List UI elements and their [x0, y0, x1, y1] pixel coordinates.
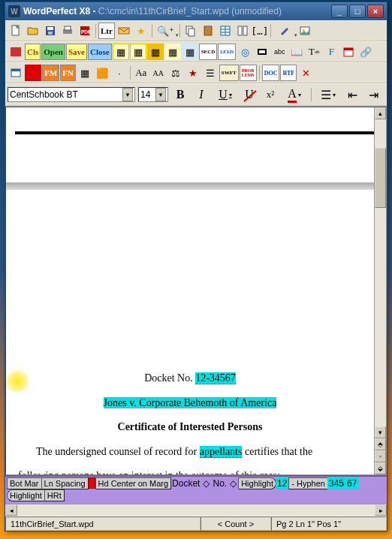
next-page-icon[interactable]: ⬙: [375, 462, 386, 474]
tab-icon[interactable]: Tab: [306, 44, 322, 60]
vertical-scrollbar[interactable]: ▴ ▾ ⬘ ◦ ⬙: [374, 107, 386, 474]
svg-rect-17: [238, 26, 242, 35]
macro-red-icon[interactable]: [8, 44, 24, 60]
code-text-docket: Docket: [170, 477, 201, 489]
paste-icon[interactable]: [200, 23, 216, 39]
code-hrt[interactable]: HRt: [44, 489, 65, 501]
bw-icon[interactable]: [254, 44, 270, 60]
link-icon[interactable]: 🔗: [357, 44, 374, 60]
rtf-icon[interactable]: RTF: [280, 65, 297, 81]
pen-color-icon[interactable]: [273, 23, 296, 39]
table-icon[interactable]: [217, 23, 234, 39]
grid-icon[interactable]: ▦: [77, 65, 93, 81]
scroll-down-icon[interactable]: ▾: [375, 426, 386, 438]
horizontal-scrollbar[interactable]: ◂ ▸: [5, 504, 387, 516]
calendar-icon[interactable]: [340, 44, 357, 60]
underline-button[interactable]: U: [213, 87, 237, 102]
scroll-up-icon[interactable]: ▴: [375, 107, 386, 119]
print-icon[interactable]: [59, 23, 76, 39]
close-button[interactable]: ×: [367, 5, 384, 18]
font-case-icon[interactable]: Aa: [133, 65, 149, 81]
list-icon[interactable]: ☰: [202, 65, 219, 81]
abc-icon[interactable]: abc: [271, 44, 288, 60]
close-macro-icon[interactable]: Close: [88, 44, 112, 60]
code-text-12: 12: [276, 477, 288, 489]
code-lnspacing[interactable]: Ln Spacing: [41, 477, 89, 489]
italic-button[interactable]: I: [192, 87, 210, 102]
prev-page-icon[interactable]: ⬘: [375, 438, 386, 450]
prob-icon[interactable]: PROBLEMS: [240, 65, 257, 81]
block-2-icon[interactable]: ▦: [130, 44, 146, 60]
browse-icon[interactable]: ◦: [375, 450, 386, 462]
columns-icon[interactable]: [234, 23, 251, 39]
save-icon[interactable]: [42, 23, 59, 39]
reveal-codes-bar[interactable]: Bot Mar Ln Spacing Hd Center on Marg Doc…: [5, 475, 387, 504]
code-hdcenter[interactable]: Hd Center on Marg: [95, 477, 172, 489]
pdf-icon[interactable]: PDF: [77, 23, 93, 39]
dict-icon[interactable]: 📖: [288, 44, 305, 60]
scroll-thumb[interactable]: [375, 148, 386, 208]
status-count[interactable]: < Count >: [201, 516, 271, 531]
doc-icon[interactable]: DOC: [262, 65, 280, 81]
red-block-icon[interactable]: [25, 65, 41, 81]
body-line-1: The undersigned counsel of record for ap…: [18, 442, 362, 462]
svg-rect-18: [243, 26, 247, 35]
hscroll-right-icon[interactable]: ▸: [375, 504, 387, 516]
zoom-icon[interactable]: 🔍⁺: [155, 23, 177, 39]
ring-icon[interactable]: ◎: [237, 44, 253, 60]
font-select[interactable]: CentSchbook BT ▼: [8, 87, 135, 102]
fm-icon[interactable]: FM: [42, 65, 59, 81]
code-highlight-off[interactable]: Highlight: [7, 489, 45, 501]
font-color-button[interactable]: A: [282, 87, 306, 102]
open-icon[interactable]: [25, 23, 41, 39]
block-4-icon[interactable]: ▦: [164, 44, 181, 60]
image-icon[interactable]: [297, 23, 313, 39]
envelope-icon[interactable]: [116, 23, 132, 39]
star2-icon[interactable]: ★: [185, 65, 201, 81]
status-bar: 11thCirBrief_Start.wpd < Count > Pg 2 Ln…: [5, 516, 387, 531]
fn-icon[interactable]: FN: [60, 65, 76, 81]
block-3-icon[interactable]: ▦: [147, 44, 164, 60]
hscroll-left-icon[interactable]: ◂: [5, 504, 17, 516]
open-macro-icon[interactable]: Open: [41, 44, 65, 60]
outdent-button[interactable]: ⇤: [343, 87, 361, 102]
scale-icon[interactable]: ⚖: [167, 65, 184, 81]
status-filename[interactable]: 11thCirBrief_Start.wpd: [5, 516, 201, 531]
cls-icon[interactable]: Cls: [25, 44, 41, 60]
dotx-icon[interactable]: ·: [111, 65, 128, 81]
page-view[interactable]: Docket No. 12-34567 Jones v. Corporate B…: [6, 107, 374, 474]
code-highlight-on[interactable]: Highlight: [238, 477, 276, 489]
font-size-select[interactable]: 14 ▼: [138, 87, 168, 102]
status-position[interactable]: Pg 2 Ln 1" Pos 1": [271, 516, 387, 531]
bold-button[interactable]: B: [171, 87, 189, 102]
new-icon[interactable]: [8, 23, 24, 39]
hscroll-track[interactable]: [17, 504, 375, 516]
justify-button[interactable]: ☰: [316, 87, 340, 102]
swft-icon[interactable]: SWFT: [219, 65, 239, 81]
code-text-no: No.: [211, 477, 228, 489]
orange-icon[interactable]: 🟧: [94, 65, 110, 81]
lexis-icon[interactable]: LEXIS: [218, 44, 236, 60]
brackets-icon[interactable]: […]: [252, 23, 268, 39]
code-hyphen[interactable]: - Hyphen: [288, 477, 328, 489]
maximize-button[interactable]: □: [349, 5, 366, 18]
star-icon[interactable]: ★: [133, 23, 149, 39]
copy-icon[interactable]: [182, 23, 199, 39]
dialog-icon[interactable]: [8, 65, 24, 81]
code-botmar[interactable]: Bot Mar: [7, 477, 42, 489]
x-icon[interactable]: ✕: [297, 65, 314, 81]
chevron-down-icon[interactable]: ▼: [155, 88, 166, 101]
no-underline-button[interactable]: U: [240, 87, 258, 102]
scroll-track[interactable]: [375, 119, 386, 426]
secd-icon[interactable]: SECD: [199, 44, 218, 60]
caps-icon[interactable]: AA: [150, 65, 167, 81]
letter-icon[interactable]: Ltr: [98, 23, 115, 39]
superscript-button[interactable]: x²: [261, 87, 279, 102]
format-icon[interactable]: F: [323, 44, 339, 60]
chevron-down-icon[interactable]: ▼: [122, 88, 133, 101]
block-5-icon[interactable]: ▦: [182, 44, 198, 60]
save-macro-icon[interactable]: Save: [66, 44, 87, 60]
minimize-button[interactable]: _: [331, 5, 348, 18]
indent-button[interactable]: ⇥: [364, 87, 382, 102]
block-1-icon[interactable]: ▦: [113, 44, 129, 60]
